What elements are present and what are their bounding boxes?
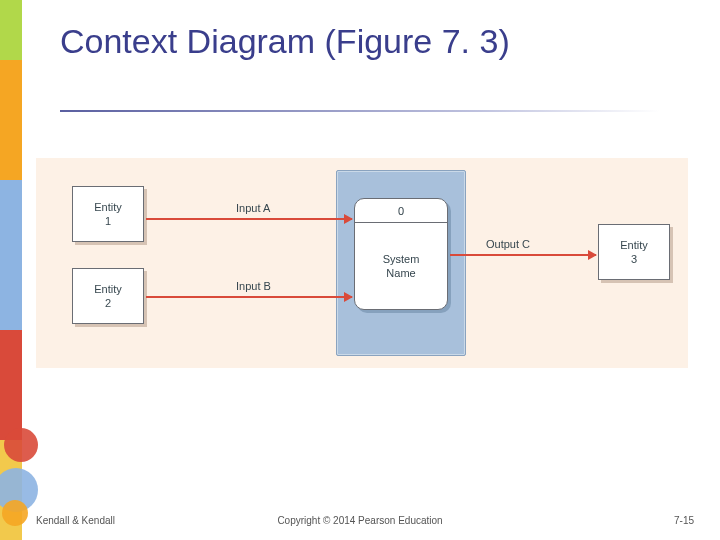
entity-1-box: Entity 1 [72, 186, 144, 242]
process-name-line2: Name [386, 267, 415, 279]
slide-title: Context Diagram (Figure 7. 3) [60, 22, 510, 61]
process-name: System Name [355, 223, 447, 309]
slide-deco-sidebar [0, 0, 22, 540]
entity-1-number: 1 [105, 214, 111, 228]
footer-copyright: Copyright © 2014 Pearson Education [277, 515, 442, 526]
entity-2-label: Entity [94, 282, 122, 296]
flow-input-b-label: Input B [236, 280, 271, 292]
flow-input-a-label: Input A [236, 202, 270, 214]
flow-input-b-arrow [146, 296, 352, 298]
entity-2-number: 2 [105, 296, 111, 310]
process-id: 0 [355, 199, 447, 223]
entity-2-box: Entity 2 [72, 268, 144, 324]
flow-output-c-arrow [450, 254, 596, 256]
context-diagram-panel: Entity 1 Entity 2 Entity 3 0 System Name… [36, 158, 688, 368]
flow-output-c-label: Output C [486, 238, 530, 250]
footer-pagenum: 7-15 [674, 515, 694, 526]
process-name-line1: System [383, 253, 420, 265]
title-underline [60, 110, 660, 112]
system-process-box: 0 System Name [354, 198, 448, 310]
entity-1-label: Entity [94, 200, 122, 214]
entity-3-number: 3 [631, 252, 637, 266]
entity-3-label: Entity [620, 238, 648, 252]
flow-input-a-arrow [146, 218, 352, 220]
entity-3-box: Entity 3 [598, 224, 670, 280]
footer-author: Kendall & Kendall [36, 515, 115, 526]
